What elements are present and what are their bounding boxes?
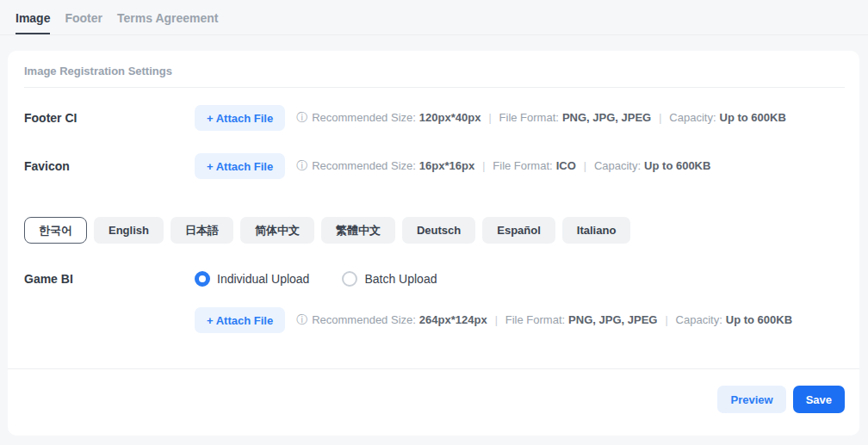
file-format-label: File Format: xyxy=(505,313,565,326)
tab-footer[interactable]: Footer xyxy=(65,11,102,34)
save-button[interactable]: Save xyxy=(793,386,845,413)
divider: | xyxy=(659,112,661,124)
lang-tab-italian[interactable]: Italiano xyxy=(562,217,631,244)
file-format-value: PNG, JPG, JPEG xyxy=(568,313,657,326)
lang-tab-simplified-chinese[interactable]: 简体中文 xyxy=(240,217,314,244)
batch-upload-option[interactable]: Batch Upload xyxy=(342,271,437,287)
footer-ci-attach-file-button[interactable]: + Attach File xyxy=(195,105,285,131)
capacity-label: Capacity: xyxy=(676,313,722,326)
divider: | xyxy=(584,160,586,172)
tab-terms-agreement[interactable]: Terms Agreement xyxy=(117,11,218,34)
favicon-row: Favicon + Attach File ⓘRecommended Size:… xyxy=(24,153,845,179)
recommended-size-value: 120px*40px xyxy=(419,111,481,124)
footer-ci-info: ⓘRecommended Size:120px*40px|File Format… xyxy=(296,110,786,126)
file-format-label: File Format: xyxy=(499,111,559,124)
lang-tab-traditional-chinese[interactable]: 繁體中文 xyxy=(321,217,395,244)
footer-ci-label: Footer CI xyxy=(24,111,195,125)
game-bi-info: ⓘRecommended Size:264px*124px|File Forma… xyxy=(296,312,792,328)
file-format-label: File Format: xyxy=(493,159,552,172)
recommended-size-value: 16px*16px xyxy=(419,159,474,172)
lang-tab-japanese[interactable]: 日本語 xyxy=(170,217,233,244)
capacity-label: Capacity: xyxy=(669,111,716,124)
recommended-size-label: Recommended Size: xyxy=(312,313,416,326)
radio-selected-icon[interactable] xyxy=(195,271,210,287)
capacity-label: Capacity: xyxy=(594,159,641,172)
lang-tab-korean[interactable]: 한국어 xyxy=(24,217,87,244)
game-bi-label: Game BI xyxy=(24,272,195,286)
favicon-label: Favicon xyxy=(24,159,195,173)
individual-upload-option[interactable]: Individual Upload xyxy=(195,271,309,287)
section-title: Image Registration Settings xyxy=(24,65,845,88)
game-bi-row: Game BI Individual Upload Batch Upload xyxy=(24,271,845,287)
capacity-value: Up to 600KB xyxy=(720,111,786,124)
divider: | xyxy=(488,112,491,124)
divider: | xyxy=(482,160,485,172)
game-bi-attach-row: + Attach File ⓘRecommended Size:264px*12… xyxy=(24,307,845,333)
footer-ci-row: Footer CI + Attach File ⓘRecommended Siz… xyxy=(24,105,845,131)
preview-button[interactable]: Preview xyxy=(717,386,785,413)
tab-image[interactable]: Image xyxy=(16,11,50,34)
settings-card: Image Registration Settings Footer CI + … xyxy=(8,51,859,436)
favicon-info: ⓘRecommended Size:16px*16px|File Format:… xyxy=(296,158,710,174)
tab-bar: Image Footer Terms Agreement xyxy=(0,0,868,35)
file-format-value: PNG, JPG, JPEG xyxy=(562,111,651,124)
favicon-attach-file-button[interactable]: + Attach File xyxy=(195,153,285,179)
recommended-size-value: 264px*124px xyxy=(419,313,487,326)
radio-unselected-icon[interactable] xyxy=(342,271,357,287)
recommended-size-label: Recommended Size: xyxy=(312,111,416,124)
info-icon: ⓘ xyxy=(296,159,307,172)
divider: | xyxy=(495,314,498,326)
upload-mode-radio-group: Individual Upload Batch Upload xyxy=(195,271,437,287)
lang-tab-spanish[interactable]: Español xyxy=(482,217,555,244)
action-bar: Preview Save xyxy=(8,368,859,436)
capacity-value: Up to 600KB xyxy=(726,313,792,326)
divider: | xyxy=(665,314,667,326)
individual-upload-label: Individual Upload xyxy=(217,272,309,286)
batch-upload-label: Batch Upload xyxy=(364,272,437,286)
lang-tab-german[interactable]: Deutsch xyxy=(402,217,475,244)
info-icon: ⓘ xyxy=(296,111,307,124)
info-icon: ⓘ xyxy=(296,313,307,326)
capacity-value: Up to 600KB xyxy=(644,159,710,172)
recommended-size-label: Recommended Size: xyxy=(312,159,416,172)
file-format-value: ICO xyxy=(556,159,576,172)
lang-tab-english[interactable]: English xyxy=(94,217,164,244)
language-tab-bar: 한국어 English 日本語 简体中文 繁體中文 Deutsch Españo… xyxy=(24,217,845,244)
game-bi-attach-file-button[interactable]: + Attach File xyxy=(195,307,285,333)
